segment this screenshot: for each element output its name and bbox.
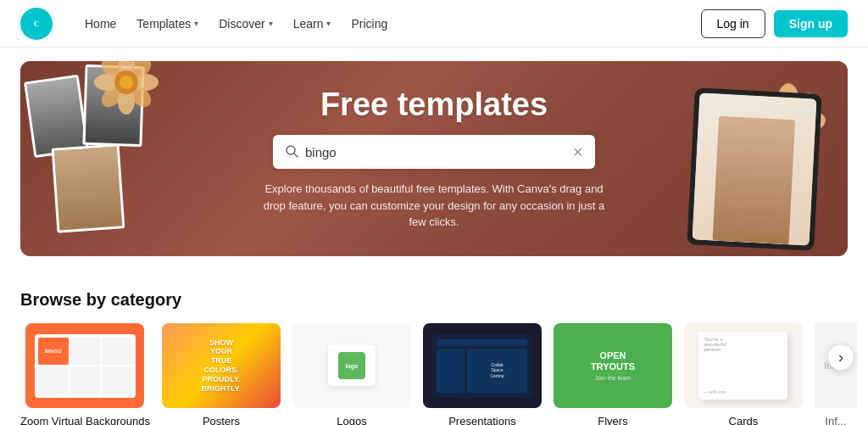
category-thumb-logos: logo [292, 323, 411, 408]
category-label-presentations: Presentations [448, 415, 516, 425]
learn-chevron-icon: ▾ [326, 19, 331, 28]
hero-content: Free templates ✕ Explore thousands of be… [20, 61, 848, 256]
category-logos[interactable]: logo Logos [292, 323, 411, 425]
nav-discover[interactable]: Discover ▾ [210, 10, 281, 37]
search-clear-icon[interactable]: ✕ [572, 144, 583, 160]
hero-banner: Free templates ✕ Explore thousands of be… [20, 61, 848, 256]
category-label-infographics: Inf... [825, 415, 846, 425]
category-posters[interactable]: SHOWYOURTRUECOLORS.PROUDLY.BRIGHTLY. Pos… [162, 323, 281, 425]
category-thumb-zoom: BINGO [25, 323, 144, 408]
category-grid: BINGO Zoom Virtual Backgrounds SHOWYOURT… [20, 323, 848, 425]
svg-line-24 [294, 154, 298, 157]
category-zoom-virtual-backgrounds[interactable]: BINGO Zoom Virtual Backgrounds [20, 323, 150, 425]
category-cards[interactable]: You're awonderfulperson! — with love Car… [684, 323, 803, 425]
category-label-posters: Posters [203, 415, 240, 425]
search-input[interactable] [305, 145, 565, 159]
category-next-arrow[interactable]: › [827, 344, 854, 371]
nav-learn[interactable]: Learn ▾ [285, 10, 340, 37]
nav-templates[interactable]: Templates ▾ [128, 10, 207, 37]
hero-title: Free templates [320, 87, 548, 123]
search-icon [285, 144, 298, 160]
category-presentations[interactable]: CollabSpaceCentral Presentations [423, 323, 542, 425]
category-thumb-posters: SHOWYOURTRUECOLORS.PROUDLY.BRIGHTLY. [162, 323, 281, 408]
category-thumb-cards: You're awonderfulperson! — with love [684, 323, 803, 408]
category-label-logos: Logos [337, 415, 366, 425]
search-bar: ✕ [273, 135, 595, 169]
category-thumb-presentations: CollabSpaceCentral [423, 323, 542, 408]
category-label-flyers: Flyers [598, 415, 627, 425]
nav-links: Home Templates ▾ Discover ▾ Learn ▾ Pric… [76, 10, 701, 37]
canva-logo[interactable]: C [20, 8, 53, 40]
category-flyers[interactable]: OPENTRYOUTS Join the team Flyers [554, 323, 672, 425]
signup-button[interactable]: Sign up [774, 10, 848, 37]
nav-home[interactable]: Home [76, 10, 125, 37]
browse-title: Browse by category [20, 290, 848, 310]
category-infographics[interactable]: Info... Inf... [815, 323, 857, 425]
category-label-cards: Cards [729, 415, 759, 425]
category-thumb-flyers: OPENTRYOUTS Join the team [554, 323, 672, 408]
browse-section: Browse by category BINGO Zoom Virtual Ba… [0, 270, 868, 425]
svg-text:C: C [34, 20, 39, 28]
arrow-right-icon: › [838, 350, 843, 365]
nav-actions: Log in Sign up [701, 9, 848, 38]
category-label-zoom: Zoom Virtual Backgrounds [20, 415, 150, 425]
login-button[interactable]: Log in [701, 9, 765, 38]
navbar: C Home Templates ▾ Discover ▾ Learn ▾ Pr… [0, 0, 868, 48]
discover-chevron-icon: ▾ [269, 19, 273, 28]
hero-subtitle: Explore thousands of beautiful free temp… [256, 181, 612, 231]
templates-chevron-icon: ▾ [194, 19, 198, 28]
nav-pricing[interactable]: Pricing [342, 10, 396, 37]
